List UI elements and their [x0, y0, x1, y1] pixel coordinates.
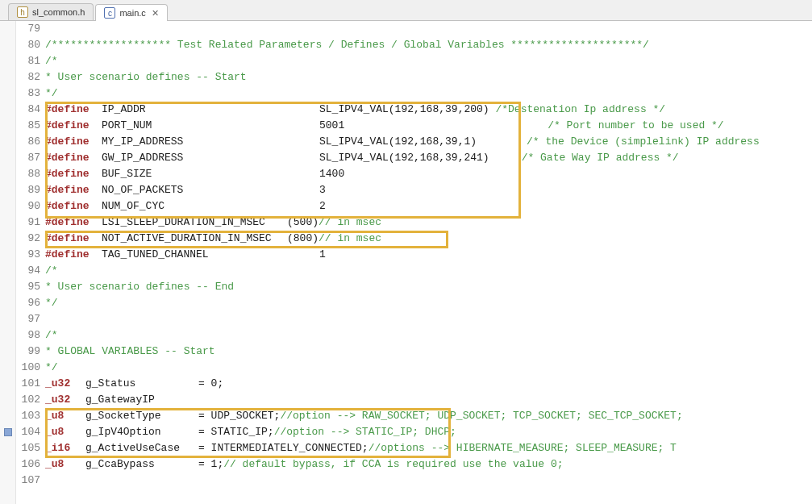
- line-number: 100: [16, 360, 40, 376]
- code-line: #define TAG_TUNED_CHANNEL 1: [45, 247, 812, 263]
- code-line: #define PORT_NUM 5001 /* Port number to …: [45, 118, 812, 134]
- code-line: */: [45, 295, 812, 311]
- tab-label: main.c: [119, 8, 145, 18]
- line-number: 86: [16, 134, 40, 150]
- line-number: 95: [16, 279, 40, 295]
- code-line: #define BUF_SIZE 1400: [45, 166, 812, 182]
- line-number: 101: [16, 376, 40, 392]
- tab-sl-common-h[interactable]: h sl_common.h: [8, 3, 94, 20]
- code-line: /******************* Test Related Parame…: [45, 37, 812, 53]
- line-number: 82: [16, 69, 40, 85]
- code-line: #define NO_OF_PACKETS 3: [45, 182, 812, 198]
- line-number: 98: [16, 327, 40, 344]
- line-number: 103: [16, 408, 40, 424]
- code-line: [45, 21, 812, 37]
- code-line: _u8 g_CcaBypass = 1; // default bypass, …: [45, 456, 812, 473]
- code-line: [45, 473, 812, 489]
- line-number-gutter: 79 80 81 82 83 84 85 86 87 88 89 90 91 9…: [16, 21, 45, 504]
- line-number: 104: [16, 424, 40, 440]
- line-number: 89: [16, 182, 40, 198]
- code-line: * User scenario defines -- Start: [45, 69, 812, 85]
- code-line: [45, 311, 812, 327]
- code-line: /*: [45, 263, 812, 279]
- line-number: 91: [16, 215, 40, 231]
- breakpoint-marker-icon[interactable]: [4, 428, 12, 436]
- line-number: 97: [16, 311, 40, 327]
- line-number: 93: [16, 247, 40, 263]
- line-number: 85: [16, 118, 40, 134]
- code-line: _u8 g_IpV4Option = STATIC_IP; //option -…: [45, 424, 812, 440]
- code-line: _i16 g_ActiveUseCase = INTERMEDIATELY_CO…: [45, 440, 812, 456]
- line-number: 83: [16, 85, 40, 102]
- line-number: 79: [16, 21, 40, 37]
- line-number: 105: [16, 440, 40, 456]
- h-file-icon: h: [17, 6, 28, 18]
- code-line: _u32 g_Status = 0;: [45, 376, 812, 392]
- code-line: /*: [45, 327, 812, 344]
- code-line: #define NUM_OF_CYC 2: [45, 198, 812, 215]
- line-number: 90: [16, 198, 40, 215]
- editor-margin: [0, 21, 16, 504]
- line-number: 94: [16, 263, 40, 279]
- close-icon[interactable]: ✕: [152, 8, 159, 19]
- code-line: #define LSI_SLEEP_DURATION_IN_MSEC (500)…: [45, 215, 812, 231]
- code-line: #define NOT_ACTIVE_DURATION_IN_MSEC (800…: [45, 231, 812, 247]
- line-number: 92: [16, 231, 40, 247]
- code-line: /*: [45, 53, 812, 69]
- code-line: * GLOBAL VARIABLES -- Start: [45, 344, 812, 360]
- code-editor[interactable]: 79 80 81 82 83 84 85 86 87 88 89 90 91 9…: [0, 21, 812, 504]
- code-line: _u8 g_SocketType = UDP_SOCKET; //option …: [45, 408, 812, 424]
- line-number: 99: [16, 344, 40, 360]
- line-number: 80: [16, 37, 40, 53]
- code-line: #define IP_ADDR SL_IPV4_VAL(192,168,39,2…: [45, 102, 812, 118]
- code-line: */: [45, 360, 812, 376]
- line-number: 102: [16, 392, 40, 408]
- c-file-icon: c: [104, 7, 115, 19]
- code-line: #define GW_IP_ADDRESS SL_IPV4_VAL(192,16…: [45, 150, 812, 166]
- line-number: 84: [16, 102, 40, 118]
- line-number: 107: [16, 473, 40, 489]
- tab-bar: h sl_common.h c main.c ✕: [0, 0, 812, 21]
- code-line: #define MY_IP_ADDRESS SL_IPV4_VAL(192,16…: [45, 134, 812, 150]
- tab-main-c[interactable]: c main.c ✕: [95, 4, 167, 21]
- line-number: 88: [16, 166, 40, 182]
- line-number: 96: [16, 295, 40, 311]
- code-area[interactable]: /******************* Test Related Parame…: [45, 21, 812, 504]
- line-number: 87: [16, 150, 40, 166]
- code-line: * User scenario defines -- End: [45, 279, 812, 295]
- tab-label: sl_common.h: [32, 7, 85, 17]
- code-line: */: [45, 85, 812, 102]
- line-number: 81: [16, 53, 40, 69]
- code-line: _u32 g_GatewayIP: [45, 392, 812, 408]
- line-number: 106: [16, 456, 40, 473]
